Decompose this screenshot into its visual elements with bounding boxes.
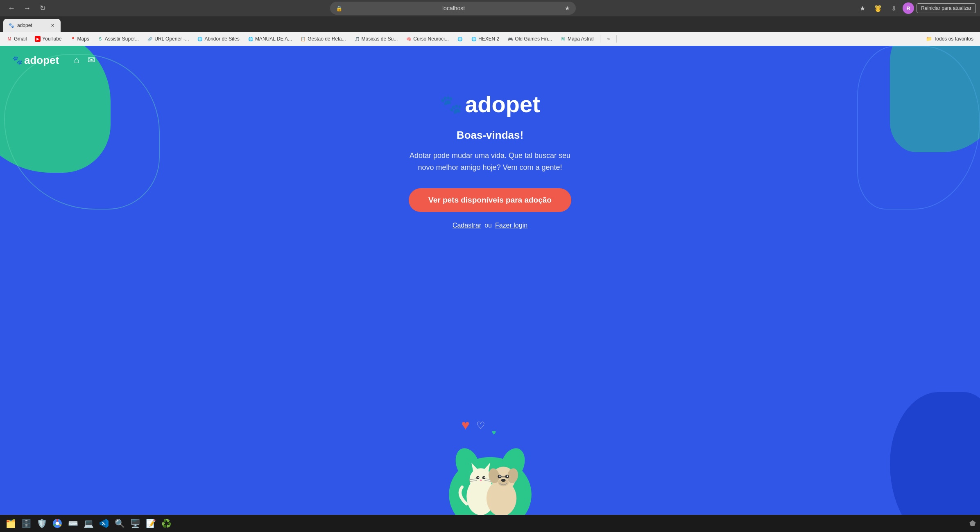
welcome-heading: Boas-vindas! xyxy=(457,129,523,142)
auth-or-text: ou xyxy=(484,222,492,229)
cta-button[interactable]: Ver pets disponíveis para adoção xyxy=(409,188,571,212)
nav-controls: ← → ↻ xyxy=(4,1,50,16)
bookmark-maps[interactable]: 📍 Maps xyxy=(67,35,93,43)
curso-icon: 🧠 xyxy=(406,36,412,42)
oldgames-icon: 🎮 xyxy=(507,36,513,42)
star-icon: ★ xyxy=(565,5,570,11)
bookmark-empty[interactable]: 🌐 xyxy=(454,35,466,43)
tab-favicon: 🐾 xyxy=(8,22,15,29)
extension-icon[interactable]: 🤴 xyxy=(871,2,885,15)
taskbar-editor-icon[interactable]: ⌨️ xyxy=(66,517,79,530)
bookmark-hexen2[interactable]: 🌐 HEXEN 2 xyxy=(468,35,502,43)
bookmarks-separator xyxy=(600,35,600,43)
bookmark-all-favorites[interactable]: 📁 Todos os favoritos xyxy=(923,35,977,43)
bookmark-abridor-label: Abridor de Sites xyxy=(204,36,239,42)
tab-bar: 🐾 adopet ✕ xyxy=(0,16,980,32)
bookmarks-bar: M Gmail ▶ YouTube 📍 Maps S Assistir Supe… xyxy=(0,32,980,46)
search-icon: 🔍 xyxy=(115,518,124,528)
taskbar-shield-icon[interactable]: 🛡️ xyxy=(35,517,48,530)
bookmark-assistir-label: Assistir Super... xyxy=(105,36,139,42)
bookmark-gestao[interactable]: 📋 Gestão de Rela... xyxy=(297,35,349,43)
active-tab[interactable]: 🐾 adopet ✕ xyxy=(3,19,61,32)
bookmark-oldgames[interactable]: 🎮 Old Games Fin... xyxy=(504,35,555,43)
reiniciar-button[interactable]: Reiniciar para atualizar xyxy=(917,3,976,13)
svg-point-27 xyxy=(56,522,59,525)
hexen-icon: 🌐 xyxy=(471,36,477,42)
forward-button[interactable]: → xyxy=(20,1,34,16)
user-avatar[interactable]: R xyxy=(903,2,914,14)
taskbar-notes-icon[interactable]: 📝 xyxy=(144,517,157,530)
url-opener-icon: 🔗 xyxy=(147,36,153,42)
toolbar-right: ★ 🤴 ⇩ R Reiniciar para atualizar xyxy=(856,2,976,15)
gmail-icon: M xyxy=(7,36,12,42)
taskbar-terminal-icon[interactable]: 💻 xyxy=(82,517,95,530)
empty-icon: 🌐 xyxy=(457,36,463,42)
files-icon: 🗂️ xyxy=(6,518,16,528)
bookmark-abridor[interactable]: 🌐 Abridor de Sites xyxy=(194,35,242,43)
site-subtitle: Adotar pode mudar uma vida. Que tal busc… xyxy=(410,150,570,174)
bookmark-youtube[interactable]: ▶ YouTube xyxy=(32,35,65,43)
bookmark-manual-label: MANUAL DE A... xyxy=(255,36,292,42)
all-favorites-label: Todos os favoritos xyxy=(934,36,973,42)
taskbar-vscode-icon[interactable] xyxy=(97,517,111,530)
logo-paw-icon: 🐾 xyxy=(12,55,23,65)
home-nav-icon[interactable]: ⌂ xyxy=(74,55,79,65)
download-icon[interactable]: ⇩ xyxy=(887,2,900,15)
cadastrar-link[interactable]: Cadastrar xyxy=(453,222,481,229)
bookmark-gmail[interactable]: M Gmail xyxy=(3,35,30,43)
taskbar-files-icon[interactable]: 🗂️ xyxy=(4,517,17,530)
bookmark-youtube-label: YouTube xyxy=(42,36,61,42)
bookmark-musicas-label: Músicas de Su... xyxy=(362,36,398,42)
recycle-icon: ♻️ xyxy=(161,518,171,528)
folder-icon: 📁 xyxy=(926,36,932,42)
youtube-icon: ▶ xyxy=(35,36,41,42)
bookmark-more[interactable]: » xyxy=(604,35,613,43)
taskbar-manager-icon[interactable]: 🗄️ xyxy=(20,517,33,530)
bookmark-mapa[interactable]: M Mapa Astral xyxy=(557,35,597,43)
site-main: 🐾 adopet Boas-vindas! Adotar pode mudar … xyxy=(0,46,980,515)
musicas-icon: 🎵 xyxy=(354,36,360,42)
fazer-login-link[interactable]: Fazer login xyxy=(495,222,527,229)
bookmark-musicas[interactable]: 🎵 Músicas de Su... xyxy=(351,35,401,43)
bookmark-gestao-label: Gestão de Rela... xyxy=(308,36,346,42)
site-brand-logo: 🐾 adopet xyxy=(440,91,540,117)
taskbar-right-corner: ⬟ xyxy=(969,519,976,528)
logo-text: adopet xyxy=(24,54,59,67)
bookmark-url-label: URL Opener -... xyxy=(154,36,189,42)
bookmark-hexen-label: HEXEN 2 xyxy=(478,36,499,42)
address-bar-wrapper: 🔒 localhost ★ xyxy=(53,2,853,15)
back-button[interactable]: ← xyxy=(4,1,19,16)
abridor-icon: 🌐 xyxy=(197,36,203,42)
shield-icon: 🛡️ xyxy=(37,518,47,528)
lock-icon: 🔒 xyxy=(336,5,342,11)
bookmark-maps-label: Maps xyxy=(77,36,89,42)
terminal-icon: 💻 xyxy=(84,518,93,528)
taskbar-monitor-icon[interactable]: 🖥️ xyxy=(129,517,142,530)
chrome-svg-icon xyxy=(52,518,62,528)
tab-close-button[interactable]: ✕ xyxy=(49,22,56,29)
bookmark-curso[interactable]: 🧠 Curso Neuroci... xyxy=(403,35,452,43)
bookmark-assistir[interactable]: S Assistir Super... xyxy=(94,35,142,43)
auth-links: Cadastrar ou Fazer login xyxy=(453,222,527,229)
bookmark-url-opener[interactable]: 🔗 URL Opener -... xyxy=(144,35,192,43)
refresh-button[interactable]: ↻ xyxy=(35,1,50,16)
bookmark-icon[interactable]: ★ xyxy=(856,2,869,15)
website-content: 🐾 adopet ⌂ ✉ 🐾 adopet Boas-vindas! Adota… xyxy=(0,46,980,515)
site-navbar: 🐾 adopet ⌂ ✉ xyxy=(0,46,980,74)
site-logo: 🐾 adopet xyxy=(12,54,59,67)
editor-icon: ⌨️ xyxy=(68,518,78,528)
taskbar-recycle-icon[interactable]: ♻️ xyxy=(160,517,173,530)
address-bar-container[interactable]: 🔒 localhost ★ xyxy=(330,2,576,15)
bookmark-manual[interactable]: 🌐 MANUAL DE A... xyxy=(244,35,295,43)
bookmark-mapa-label: Mapa Astral xyxy=(568,36,593,42)
tab-title: adopet xyxy=(17,23,47,28)
vscode-svg-icon xyxy=(99,518,109,528)
taskbar-chrome-icon[interactable] xyxy=(51,517,64,530)
mapa-icon: M xyxy=(560,36,566,42)
title-bar: ← → ↻ 🔒 localhost ★ ★ 🤴 ⇩ R Reiniciar pa… xyxy=(0,0,980,16)
messages-nav-icon[interactable]: ✉ xyxy=(88,55,95,65)
bookmarks-separator-2 xyxy=(616,35,617,43)
bookmark-gmail-label: Gmail xyxy=(14,36,27,42)
taskbar-search-icon[interactable]: 🔍 xyxy=(113,517,126,530)
subtitle-line2: novo melhor amigo hoje? Vem com a gente! xyxy=(418,163,562,171)
